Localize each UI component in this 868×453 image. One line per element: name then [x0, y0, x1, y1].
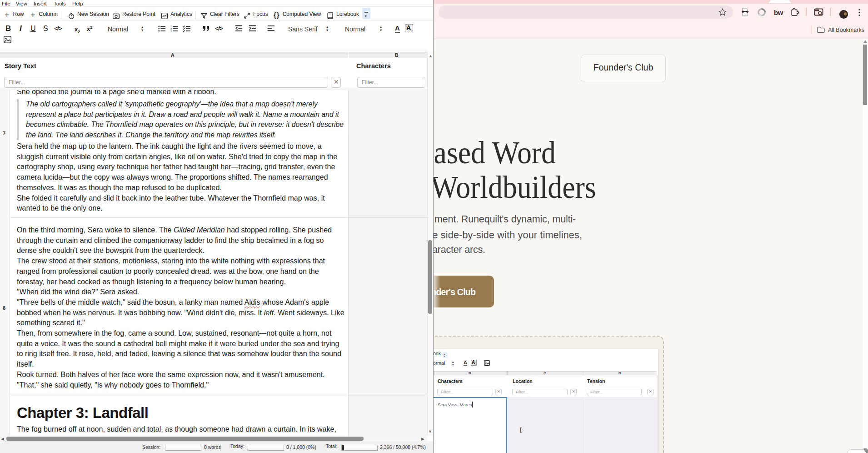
svg-text:3: 3: [170, 30, 172, 32]
